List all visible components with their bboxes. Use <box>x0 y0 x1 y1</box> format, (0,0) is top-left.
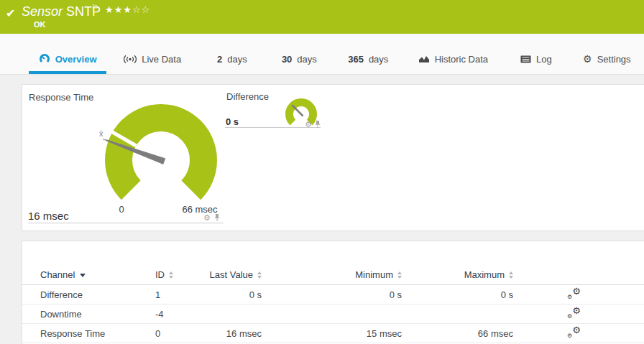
tab-2-days[interactable]: 2 days <box>198 44 265 74</box>
flag-icon[interactable]: ⚐ <box>91 3 98 12</box>
last-value: 16 msec <box>198 328 262 339</box>
tab-label: Log <box>536 54 552 65</box>
tab-label: days <box>297 54 316 65</box>
table-row-difference: Difference 1 0 s 0 s 0 s ⚙ ⚙ <box>22 285 644 305</box>
status-check-icon: ✔ <box>6 6 15 20</box>
tab-label: Live Data <box>142 54 181 65</box>
tab-label: days <box>369 54 388 65</box>
tab-label: Historic Data <box>435 54 488 65</box>
sensor-word: Sensor <box>22 4 63 19</box>
gear-icon: ⚙ <box>567 294 572 300</box>
gear-icon: ⚙ <box>567 333 572 339</box>
channel-name: Difference <box>22 289 155 300</box>
sort-descending-icon <box>80 274 86 277</box>
tab-number: 365 <box>348 54 364 65</box>
response-time-gauge-title: Response Time <box>29 92 93 103</box>
tab-bar: Overview Live Data 2 days 30 days 365 da… <box>0 34 644 75</box>
gear-icon: ⚙ <box>583 53 592 65</box>
tab-log[interactable]: Log <box>502 44 569 74</box>
channel-settings-icon[interactable]: ⚙ ⚙ <box>567 307 581 318</box>
prtg-sensor-page: ✔ SensorSNTP ⚐ ★★★☆☆ OK Overview Live Da… <box>0 0 644 344</box>
tab-365-days[interactable]: 365 days <box>333 44 403 74</box>
stars-filled[interactable]: ★★★ <box>105 4 132 15</box>
table-header-row: Channel ID Last Value Minimum Maximum <box>22 265 644 285</box>
channel-id: -4 <box>155 309 198 320</box>
stars-empty[interactable]: ☆☆ <box>132 4 150 15</box>
column-header-label: Minimum <box>355 269 393 280</box>
difference-gauge-title: Difference <box>226 91 269 102</box>
tab-label: Settings <box>597 54 631 65</box>
gear-icon: ⚙ <box>567 313 572 320</box>
column-header-channel[interactable]: Channel <box>22 269 155 280</box>
pin-icon[interactable] <box>213 213 221 222</box>
minimum-value: 0 s <box>262 289 402 300</box>
sort-toggle-icon <box>509 271 513 279</box>
column-header-label: Channel <box>40 269 75 280</box>
page-title: SensorSNTP <box>22 4 101 19</box>
tab-overview[interactable]: Overview <box>29 44 106 74</box>
tab-live-data[interactable]: Live Data <box>106 44 198 74</box>
average-marker-label: x̄ <box>99 129 104 138</box>
gauge-settings-gear-icon[interactable]: ⚙ <box>305 121 312 128</box>
status-badge: OK <box>34 20 46 29</box>
tab-historic-data[interactable]: Historic Data <box>403 44 502 74</box>
sensor-status-header: ✔ SensorSNTP ⚐ ★★★☆☆ OK <box>0 0 644 34</box>
tab-30-days[interactable]: 30 days <box>266 44 333 74</box>
response-time-current-value: 16 msec <box>28 210 69 222</box>
column-header-id[interactable]: ID <box>155 269 198 280</box>
difference-current-value: 0 s <box>226 116 239 127</box>
channel-table: Channel ID Last Value Minimum Maximum <box>22 265 644 343</box>
gear-icon: ⚙ <box>572 305 581 316</box>
tab-settings[interactable]: ⚙ Settings <box>570 44 644 74</box>
last-value: 0 s <box>198 289 262 300</box>
maximum-value: 0 s <box>402 289 513 300</box>
tab-number: 30 <box>282 54 292 65</box>
channel-name: Downtime <box>22 309 155 320</box>
overview-gauges-card: Response Time x̄ 0 66 msec 16 msec ⚙ Dif… <box>22 84 644 231</box>
tab-label: days <box>227 54 247 65</box>
channel-name: Response Time <box>22 328 155 339</box>
area-chart-icon <box>418 55 430 63</box>
column-header-minimum[interactable]: Minimum <box>262 269 402 280</box>
channel-id: 1 <box>155 289 198 300</box>
channel-settings-icon[interactable]: ⚙ ⚙ <box>567 327 581 338</box>
gear-icon: ⚙ <box>572 325 581 335</box>
priority-stars[interactable]: ★★★☆☆ <box>105 4 150 15</box>
column-header-last-value[interactable]: Last Value <box>198 269 262 280</box>
table-row-downtime: Downtime -4 ⚙ ⚙ <box>22 305 644 324</box>
gear-icon: ⚙ <box>572 286 581 297</box>
column-header-label: ID <box>155 269 165 280</box>
minimum-value: 15 msec <box>262 328 402 339</box>
log-list-icon <box>520 55 531 63</box>
channel-settings-icon[interactable]: ⚙ ⚙ <box>567 288 581 299</box>
panel-divider <box>28 223 224 223</box>
pin-icon[interactable] <box>314 120 321 129</box>
gauge-settings-gear-icon[interactable]: ⚙ <box>203 214 211 221</box>
column-header-label: Last Value <box>210 269 253 280</box>
sort-toggle-icon <box>169 271 173 279</box>
gauge-icon <box>39 53 50 65</box>
channel-table-card: Channel ID Last Value Minimum Maximum <box>22 241 644 344</box>
channel-id: 0 <box>155 328 198 339</box>
live-data-icon <box>124 55 137 64</box>
tab-label: Overview <box>55 54 97 65</box>
column-header-maximum[interactable]: Maximum <box>402 269 513 280</box>
table-row-response-time: Response Time 0 16 msec 15 msec 66 msec … <box>22 324 644 343</box>
maximum-value: 66 msec <box>402 328 513 339</box>
column-header-label: Maximum <box>464 269 505 280</box>
gauge-scale-min: 0 <box>114 204 129 215</box>
tab-number: 2 <box>217 54 222 65</box>
